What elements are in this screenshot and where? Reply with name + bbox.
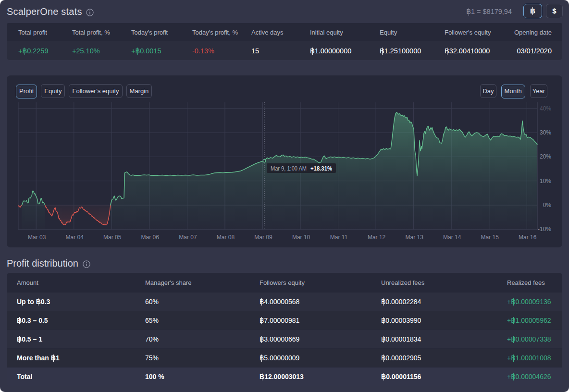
svg-text:Mar 06: Mar 06: [141, 234, 160, 241]
svg-text:Mar 9, 1:00 AM: Mar 9, 1:00 AM: [271, 165, 307, 172]
svg-text:Mar 07: Mar 07: [179, 234, 197, 241]
svg-text:10%: 10%: [540, 178, 551, 184]
svg-text:Mar 14: Mar 14: [443, 234, 461, 241]
svg-text:Mar 13: Mar 13: [406, 234, 424, 241]
svg-text:Mar 15: Mar 15: [481, 234, 499, 241]
svg-text:Mar 09: Mar 09: [254, 234, 272, 241]
svg-text:Mar 16: Mar 16: [519, 234, 537, 241]
svg-text:Mar 12: Mar 12: [368, 234, 386, 241]
svg-text:40%: 40%: [540, 105, 551, 112]
svg-text:Mar 03: Mar 03: [28, 234, 46, 241]
svg-text:0%: 0%: [543, 202, 552, 208]
svg-text:Mar 10: Mar 10: [292, 234, 310, 241]
svg-text:Mar 11: Mar 11: [330, 234, 348, 241]
svg-text:30%: 30%: [540, 129, 551, 136]
svg-text:20%: 20%: [540, 153, 551, 160]
svg-text:Mar 08: Mar 08: [217, 234, 235, 241]
svg-text:-10%: -10%: [538, 226, 551, 233]
svg-text:Mar 05: Mar 05: [103, 234, 122, 241]
svg-text:+18.31%: +18.31%: [310, 165, 332, 172]
svg-text:Mar 04: Mar 04: [66, 234, 84, 241]
